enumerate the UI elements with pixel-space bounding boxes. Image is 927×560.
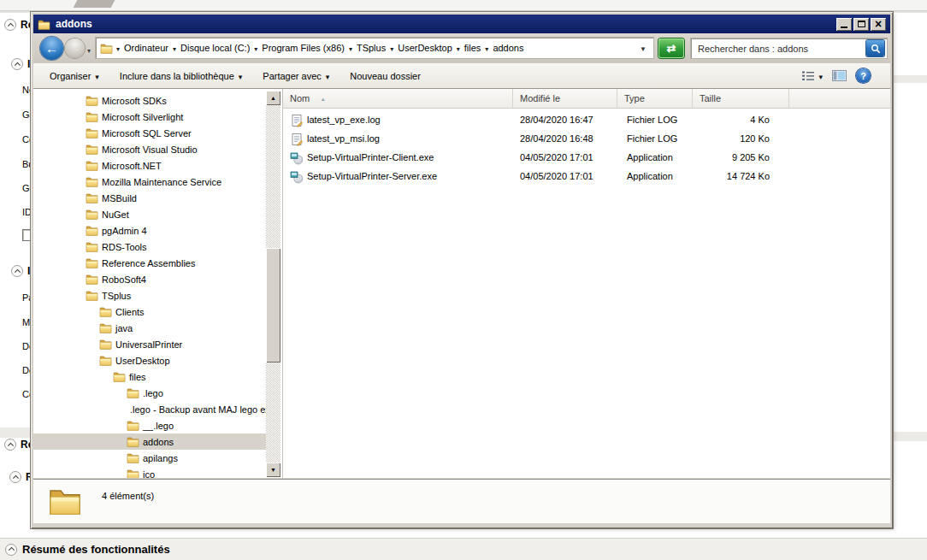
file-type: Application	[627, 171, 673, 181]
folder-icon	[127, 435, 139, 448]
tree-item-userdesktop[interactable]: UserDesktop	[33, 352, 266, 368]
breadcrumb-program-files-x86[interactable]: Program Files (x86)	[259, 43, 347, 53]
file-row-latest-vp-msi-log[interactable]: latest_vp_msi.log28/04/2020 16:48Fichier…	[283, 130, 890, 149]
collapse-icon[interactable]	[5, 544, 17, 556]
tree-item-rds-tools[interactable]: RDS-Tools	[33, 239, 266, 255]
breadcrumb-files[interactable]: files	[462, 43, 484, 53]
toolbar-nouveau-dossier[interactable]: Nouveau dossier	[342, 68, 428, 85]
folder-icon	[100, 42, 113, 55]
magnifier-icon	[871, 44, 881, 54]
back-button[interactable]	[40, 37, 63, 60]
file-list-pane: NomModifié leTypeTaille latest_vp_exe.lo…	[283, 89, 890, 478]
column-header-blank[interactable]	[789, 89, 890, 108]
breadcrumb-separator-icon	[252, 43, 259, 53]
toolbar-partager-avec[interactable]: Partager avec	[255, 68, 337, 85]
toolbar-inclure-dans-la-biblioth-que[interactable]: Inclure dans la bibliothèque	[112, 68, 250, 85]
preview-pane-button[interactable]	[832, 70, 847, 81]
date-modified: 04/05/2020 17:01	[520, 171, 593, 181]
breadcrumb-tsplus[interactable]: TSplus	[354, 43, 388, 53]
minimize-button[interactable]	[836, 18, 852, 31]
maximize-button[interactable]	[853, 18, 869, 31]
titlebar[interactable]: addons	[33, 15, 890, 33]
tree-item-lego-backup-avant-maj-lego-ex[interactable]: .lego - Backup avant MAJ lego ex	[33, 401, 266, 417]
column-header-taille[interactable]: Taille	[693, 89, 789, 108]
toolbar-organiser[interactable]: Organiser	[42, 68, 107, 85]
file-row-setup-virtualprinter-server-exe[interactable]: Setup-VirtualPrinter-Server.exe04/05/202…	[283, 168, 890, 186]
tree-scrollbar[interactable]	[266, 91, 280, 477]
history-dropdown-icon[interactable]	[87, 44, 91, 55]
item-count: 4 élément(s)	[102, 491, 154, 501]
address-bar[interactable]: OrdinateurDisque local (C:)Program Files…	[96, 38, 653, 58]
refresh-button[interactable]	[658, 38, 684, 58]
tree-item-msbuild[interactable]: MSBuild	[33, 190, 266, 206]
tree-item-lego[interactable]: .lego	[33, 385, 266, 401]
column-header-type[interactable]: Type	[617, 89, 693, 108]
column-label: Type	[624, 93, 645, 103]
tree-item-reference-assemblies[interactable]: Reference Assemblies	[33, 255, 266, 271]
tree-item-label: .lego	[143, 388, 163, 398]
file-size: 120 Ko	[693, 133, 770, 144]
breadcrumb-ordinateur[interactable]: Ordinateur	[121, 43, 171, 53]
tree-item-label: Microsoft SQL Server	[102, 128, 192, 139]
address-dropdown-icon[interactable]	[640, 43, 649, 53]
tree-item-robosoft4[interactable]: RoboSoft4	[33, 271, 266, 287]
file-name: Setup-VirtualPrinter-Client.exe	[307, 152, 434, 162]
search-button[interactable]	[866, 40, 884, 56]
collapse-icon[interactable]	[4, 19, 16, 31]
column-header-modifi-le[interactable]: Modifié le	[513, 89, 617, 108]
collapse-icon[interactable]	[4, 439, 16, 451]
tree-item-clients[interactable]: Clients	[33, 304, 266, 320]
tree-item-label: ico	[143, 469, 155, 479]
tree-item-label: pgAdmin 4	[102, 226, 147, 236]
help-button[interactable]	[856, 68, 871, 83]
collapse-icon[interactable]	[11, 265, 23, 277]
chevron-down-icon	[326, 71, 330, 81]
tree-item-mozilla-maintenance-service[interactable]: Mozilla Maintenance Service	[33, 174, 266, 190]
tree-item-nuget[interactable]: NuGet	[33, 206, 266, 222]
tree-item-java[interactable]: java	[33, 320, 266, 336]
tree-item-label: Microsoft Visual Studio	[102, 144, 198, 155]
column-label: Modifié le	[520, 93, 560, 103]
file-row-setup-virtualprinter-client-exe[interactable]: Setup-VirtualPrinter-Client.exe04/05/202…	[283, 149, 890, 168]
search-box[interactable]: Rechercher dans : addons	[691, 38, 887, 58]
folder-icon	[99, 354, 112, 367]
forward-button[interactable]	[65, 38, 85, 58]
folder-icon	[86, 159, 98, 172]
collapse-icon[interactable]	[11, 58, 23, 70]
breadcrumb-disque-local-c[interactable]: Disque local (C:)	[178, 43, 252, 53]
tree-item-label: RDS-Tools	[102, 242, 147, 252]
folder-icon	[86, 273, 98, 286]
tree-item-microsoft-visual-studio[interactable]: Microsoft Visual Studio	[33, 141, 266, 157]
collapse-icon[interactable]	[9, 471, 21, 483]
tree-item-apilangs[interactable]: apilangs	[33, 450, 266, 466]
tree-item-pgadmin-4[interactable]: pgAdmin 4	[33, 222, 266, 239]
tree-item-addons[interactable]: addons	[33, 433, 266, 450]
folder-icon	[127, 386, 139, 399]
close-button[interactable]	[871, 18, 886, 31]
scrollbar-thumb[interactable]	[266, 248, 280, 363]
tree-item-microsoft-net[interactable]: Microsoft.NET	[33, 157, 266, 174]
breadcrumb-userdesktop[interactable]: UserDesktop	[395, 43, 455, 53]
breadcrumb-addons[interactable]: addons	[490, 43, 526, 53]
tree-item-microsoft-silverlight[interactable]: Microsoft Silverlight	[33, 109, 266, 125]
tree-item-tsplus[interactable]: TSplus	[33, 287, 266, 304]
file-size: 4 Ko	[693, 115, 770, 125]
tree-item-universalprinter[interactable]: UniversalPrinter	[33, 336, 266, 352]
column-header-nom[interactable]: Nom	[283, 89, 513, 108]
file-row-latest-vp-exe-log[interactable]: latest_vp_exe.log28/04/2020 16:47Fichier…	[283, 111, 890, 130]
sort-ascending-icon	[320, 93, 326, 103]
tree-item-files[interactable]: files	[33, 368, 266, 385]
breadcrumb-separator-icon	[171, 43, 178, 53]
file-name: latest_vp_exe.log	[307, 115, 381, 125]
tree-item-microsoft-sdks[interactable]: Microsoft SDKs	[33, 92, 266, 109]
tree-item-lego[interactable]: __.lego	[33, 417, 266, 433]
toolbar-item-label: Nouveau dossier	[350, 71, 421, 81]
tree-item-ico[interactable]: ico	[33, 466, 266, 478]
tree-item-microsoft-sql-server[interactable]: Microsoft SQL Server	[33, 125, 266, 141]
scroll-down-button[interactable]	[266, 463, 280, 477]
scroll-up-button[interactable]	[266, 91, 280, 105]
search-input[interactable]: Rechercher dans : addons	[698, 44, 808, 54]
application-icon	[290, 151, 304, 165]
views-button[interactable]	[802, 71, 823, 81]
tree-item-label: apilangs	[143, 453, 178, 463]
